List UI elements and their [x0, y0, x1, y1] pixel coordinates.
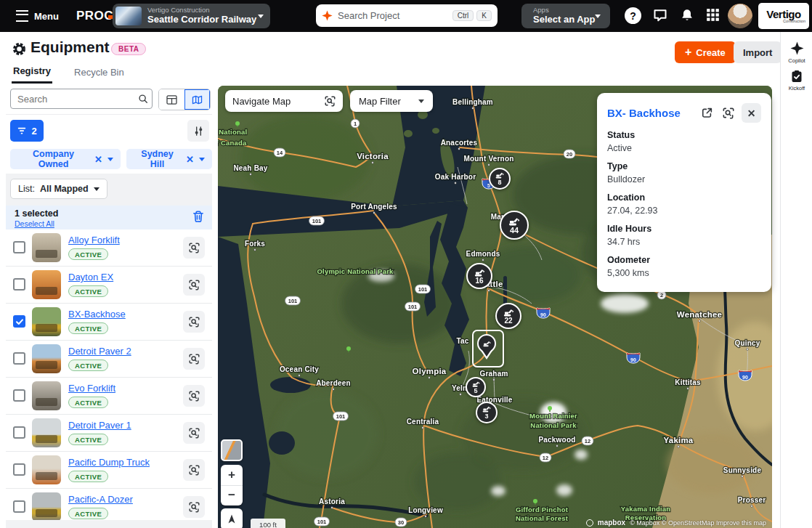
cluster-count: 16 — [475, 277, 483, 285]
equipment-name-link[interactable]: BX-Backhose — [68, 309, 126, 320]
equipment-row[interactable]: Pacific Dump Truck ACTIVE — [6, 452, 212, 489]
map-place-label: Edmonds — [466, 250, 500, 258]
panel-footer — [6, 520, 212, 528]
compass-icon — [226, 513, 237, 525]
equipment-name-link[interactable]: Pacific-A Dozer — [68, 494, 133, 505]
map-place-label: Olympic National Park — [317, 267, 394, 275]
map-cluster-marker[interactable]: 22 — [495, 303, 521, 329]
copilot-button[interactable]: Copilot — [781, 41, 812, 64]
filters-button[interactable]: 2 — [10, 120, 44, 142]
map-cluster-marker[interactable]: 3 — [476, 402, 498, 423]
selected-equipment-pin[interactable] — [477, 334, 496, 353]
zoom-in-button[interactable]: + — [221, 465, 243, 486]
excavator-icon — [482, 340, 492, 347]
app-launcher-button[interactable] — [706, 8, 720, 22]
locate-on-map-button[interactable] — [183, 311, 205, 333]
svg-text:101: 101 — [336, 413, 346, 420]
equipment-thumbnail — [32, 418, 61, 447]
locate-on-map-button[interactable] — [183, 237, 205, 259]
map-style-switcher[interactable] — [221, 439, 243, 461]
row-checkbox[interactable] — [13, 389, 25, 402]
row-checkbox[interactable] — [13, 241, 25, 253]
navigate-map-input[interactable]: Navigate Map — [225, 90, 343, 112]
locate-on-map-button[interactable] — [183, 385, 205, 407]
user-avatar[interactable] — [728, 4, 752, 28]
kickoff-button[interactable]: Kickoff — [781, 70, 812, 92]
route-shield: 20 — [564, 150, 575, 158]
status-badge: ACTIVE — [68, 360, 108, 371]
table-view-button[interactable] — [159, 89, 184, 110]
equipment-name-link[interactable]: Evo Forklift — [68, 383, 115, 394]
equipment-name-link[interactable]: Dayton EX — [68, 272, 113, 283]
equipment-row[interactable]: Dayton EX ACTIVE — [6, 267, 212, 304]
locate-on-map-button[interactable] — [183, 274, 205, 296]
filter-chip-company-owned[interactable]: Company Owned ✕ — [10, 149, 121, 169]
close-panel-button[interactable]: ✕ — [742, 103, 761, 123]
equipment-name-link[interactable]: Detroit Paver 1 — [68, 420, 131, 431]
field-value: 5,300 kms — [607, 268, 761, 278]
locate-equipment-button[interactable] — [722, 107, 734, 119]
equipment-name-link[interactable]: Alloy Forklift — [68, 235, 120, 245]
locate-on-map-button[interactable] — [183, 459, 205, 481]
tab-recycle-bin[interactable]: Recycle Bin — [73, 65, 126, 84]
equipment-row[interactable]: Detroit Paver 1 ACTIVE — [6, 415, 212, 452]
row-checkbox[interactable] — [13, 315, 25, 328]
excavator-icon — [474, 268, 486, 277]
global-search-input[interactable]: Search Project Ctrl K — [316, 4, 498, 27]
notifications-button[interactable] — [680, 8, 694, 23]
menu-button[interactable]: Menu — [12, 9, 63, 23]
equipment-name-link[interactable]: Pacific Dump Truck — [68, 457, 150, 468]
map-place-label: Prosser — [738, 496, 766, 504]
chevron-down-icon — [258, 15, 264, 18]
compass-button[interactable] — [221, 508, 243, 528]
import-button[interactable]: Import — [734, 41, 781, 63]
deselect-all-link[interactable]: Deselect All — [15, 219, 54, 228]
map-cluster-marker[interactable]: 8 — [489, 168, 511, 190]
zoom-out-button[interactable]: − — [221, 486, 243, 506]
search-input[interactable] — [10, 89, 153, 109]
apps-selector[interactable]: Apps Select an App — [521, 4, 610, 28]
map-place-label: Yakima — [664, 436, 694, 444]
filter-chip-sydney-hill[interactable]: Sydney Hill ✕ — [126, 149, 212, 169]
locate-on-map-button[interactable] — [183, 348, 205, 370]
project-selector[interactable]: Vertigo Construction Seattle Corridor Ra… — [113, 4, 270, 28]
column-settings-button[interactable] — [187, 120, 209, 142]
remove-filter-icon[interactable]: ✕ — [94, 154, 102, 165]
open-details-button[interactable] — [701, 107, 713, 119]
map-cluster-marker[interactable]: 5 — [466, 377, 486, 397]
route-shield: 30 — [395, 518, 407, 527]
equipment-row[interactable]: Detroit Paver 2 ACTIVE — [6, 341, 212, 378]
map-filter-dropdown[interactable]: Map Filter — [350, 90, 433, 112]
row-checkbox[interactable] — [13, 278, 25, 291]
svg-text:12: 12 — [585, 438, 590, 444]
map-view-button[interactable] — [184, 89, 210, 110]
sliders-icon — [193, 126, 204, 137]
row-checkbox[interactable] — [13, 500, 25, 513]
map-place-label: Kittitas — [675, 378, 701, 386]
delete-selected-button[interactable] — [192, 210, 205, 223]
equipment-row[interactable]: Alloy Forklift ACTIVE — [6, 230, 212, 267]
map-cluster-marker[interactable]: 44 — [500, 211, 529, 240]
chat-button[interactable] — [653, 8, 667, 23]
tab-registry[interactable]: Registry — [12, 65, 52, 84]
locate-on-map-button[interactable] — [183, 422, 205, 444]
row-checkbox[interactable] — [13, 426, 25, 439]
row-checkbox[interactable] — [13, 352, 25, 365]
row-checkbox[interactable] — [13, 463, 25, 476]
equipment-row[interactable]: Evo Forklift ACTIVE — [6, 378, 212, 415]
map-place-label: Astoria — [319, 497, 345, 505]
locate-icon — [188, 390, 200, 402]
equipment-name-link[interactable]: Detroit Paver 2 — [68, 346, 131, 357]
equipment-row[interactable]: BX-Backhose ACTIVE — [6, 304, 212, 341]
svg-text:90: 90 — [742, 375, 748, 380]
locate-on-map-button[interactable] — [183, 496, 205, 518]
list-scope-dropdown[interactable]: List: All Mapped — [10, 179, 107, 199]
apps-value: Select an App — [533, 15, 595, 25]
search-placeholder: Search Project — [338, 10, 450, 21]
map-cluster-marker[interactable]: 16 — [466, 263, 492, 289]
create-button[interactable]: + Create — [675, 41, 736, 63]
help-button[interactable]: ? — [625, 7, 641, 24]
interstate-shield: 90 — [627, 353, 640, 363]
remove-filter-icon[interactable]: ✕ — [186, 154, 194, 165]
map-place-label: erve of Canada — [218, 139, 247, 147]
